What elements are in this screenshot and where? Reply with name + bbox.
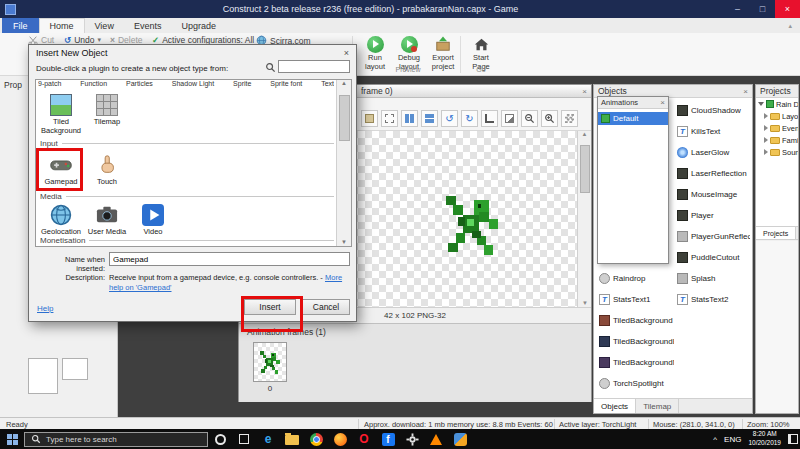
maximize-button[interactable]: □ [750, 0, 775, 18]
rotate-cw-icon[interactable]: ↻ [461, 110, 478, 127]
mirror-icon[interactable] [401, 110, 418, 127]
taskbar-facebook[interactable]: f [376, 429, 400, 449]
undo-dropdown-icon[interactable]: ▾ [97, 36, 101, 44]
project-folder-item[interactable]: Sounds [756, 146, 798, 158]
object-item[interactable]: Player [674, 205, 750, 226]
tree-collapse-icon[interactable] [764, 113, 768, 119]
plugin-tiled-background[interactable]: Tiled Background [38, 92, 84, 135]
plugin-search-input[interactable] [278, 60, 350, 73]
tab-tilemap[interactable]: Tilemap [636, 399, 679, 413]
object-item[interactable]: MouseImage [674, 184, 750, 205]
objects-panel-close-icon[interactable]: × [743, 87, 748, 96]
plugin-tilemap[interactable]: Tilemap [84, 92, 130, 135]
tab-layers[interactable]: Layers [796, 227, 799, 239]
object-item[interactable]: TiledBackground [596, 310, 674, 331]
taskbar-chrome[interactable] [304, 429, 328, 449]
scroll-down-icon[interactable]: ▼ [341, 239, 347, 245]
grid-icon[interactable] [561, 110, 578, 127]
dialog-close-icon[interactable]: × [344, 48, 349, 58]
cortana-button[interactable] [208, 429, 232, 449]
flip-icon[interactable] [421, 110, 438, 127]
taskbar-settings[interactable] [400, 429, 424, 449]
object-item[interactable]: TiledBackgroundNormal [596, 352, 674, 373]
close-button[interactable]: × [775, 0, 800, 18]
object-item[interactable]: Raindrop [596, 268, 674, 289]
cancel-button[interactable]: Cancel [302, 299, 350, 315]
plugin-gamepad[interactable]: Gamepad [38, 152, 84, 187]
object-item[interactable]: PuddleCutout [674, 247, 750, 268]
object-icon [677, 231, 688, 242]
tray-language[interactable]: ENG [724, 435, 741, 444]
tree-collapse-icon[interactable] [764, 149, 768, 155]
project-folder-item[interactable]: Layouts [756, 110, 798, 122]
resize-icon[interactable] [501, 110, 518, 127]
scroll-up-icon[interactable]: ▲ [341, 80, 347, 86]
status-mouse: Mouse: (281.0, 341.0, 0) [653, 420, 735, 429]
taskbar-firefox[interactable] [328, 429, 352, 449]
object-item[interactable]: StatsText1 [596, 289, 674, 310]
project-folder-item[interactable]: Event sh [756, 122, 798, 134]
animation-item-default[interactable]: Default [598, 112, 668, 125]
name-when-inserted-input[interactable] [109, 252, 350, 266]
plugin-list-scrollbar[interactable]: ▲ ▼ [336, 80, 351, 246]
taskbar-opera[interactable]: O [352, 429, 376, 449]
tree-collapse-icon[interactable] [764, 137, 768, 143]
minimize-button[interactable]: – [725, 0, 750, 18]
task-view-button[interactable] [232, 429, 256, 449]
taskbar-edge[interactable]: e [256, 429, 280, 449]
scroll-up-icon[interactable]: ▲ [582, 131, 588, 137]
scroll-down-icon[interactable]: ▼ [582, 300, 588, 306]
start-button[interactable] [0, 429, 24, 449]
plugin-user-media[interactable]: User Media [84, 202, 130, 237]
taskbar-construct2[interactable] [448, 429, 472, 449]
object-item[interactable]: PlayerGunReflection [674, 226, 750, 247]
scrollbar-thumb[interactable] [580, 145, 590, 193]
properties-field[interactable] [62, 358, 88, 380]
project-root-item[interactable]: Rain De [756, 98, 798, 110]
taskbar-vlc[interactable] [424, 429, 448, 449]
object-item[interactable]: LaserReflection [674, 163, 750, 184]
project-folder-item[interactable]: Families [756, 134, 798, 146]
tree-collapse-icon[interactable] [764, 125, 768, 131]
tab-view[interactable]: View [85, 18, 124, 33]
edit-image-close-icon[interactable]: × [582, 87, 587, 96]
plugin-video[interactable]: Video [130, 202, 176, 237]
object-item[interactable]: StatsText2 [674, 289, 750, 310]
tab-events[interactable]: Events [124, 18, 172, 33]
animations-panel-close-icon[interactable]: × [660, 98, 665, 107]
rotate-ccw-icon[interactable]: ↺ [441, 110, 458, 127]
properties-field[interactable] [28, 358, 58, 394]
frame-thumbnail[interactable] [253, 342, 287, 382]
object-item[interactable]: LaserGlow [674, 142, 750, 163]
paste-icon[interactable] [361, 110, 378, 127]
scrollbar-thumb[interactable] [339, 95, 350, 141]
tray-chevron-icon[interactable]: ^ [713, 435, 717, 444]
tab-projects[interactable]: Projects [756, 227, 796, 239]
tab-home[interactable]: Home [39, 18, 85, 33]
taskbar-file-explorer[interactable] [280, 429, 304, 449]
notifications-icon[interactable] [788, 434, 798, 444]
canvas-vertical-scrollbar[interactable]: ▲ ▼ [577, 131, 591, 307]
tree-expand-icon[interactable] [758, 102, 764, 106]
tab-upgrade[interactable]: Upgrade [171, 18, 226, 33]
tab-file[interactable]: File [2, 18, 39, 33]
zoom-out-icon[interactable] [521, 110, 538, 127]
insert-button[interactable]: Insert [244, 299, 296, 315]
plugin-touch[interactable]: Touch [84, 152, 130, 187]
collapse-ribbon-icon[interactable]: ▴ [788, 18, 792, 33]
tray-clock[interactable]: 8:20 AM 10/20/2019 [748, 430, 781, 448]
help-link[interactable]: Help [37, 304, 53, 313]
file-explorer-icon [285, 435, 299, 445]
select-icon[interactable] [381, 110, 398, 127]
object-item[interactable]: TiledBackgroundBlue [596, 331, 674, 352]
object-item[interactable]: TorchSpotlight [596, 373, 674, 394]
tab-objects[interactable]: Objects [594, 399, 636, 413]
object-item[interactable]: KillsText [674, 121, 750, 142]
crop-icon[interactable] [481, 110, 498, 127]
taskbar-search[interactable]: Type here to search [24, 432, 208, 447]
zoom-in-icon[interactable] [541, 110, 558, 127]
plugin-geolocation[interactable]: Geolocation [38, 202, 84, 237]
video-play-icon [142, 204, 164, 226]
object-item[interactable]: Splash [674, 268, 750, 289]
object-item[interactable]: CloudShadow [674, 100, 750, 121]
